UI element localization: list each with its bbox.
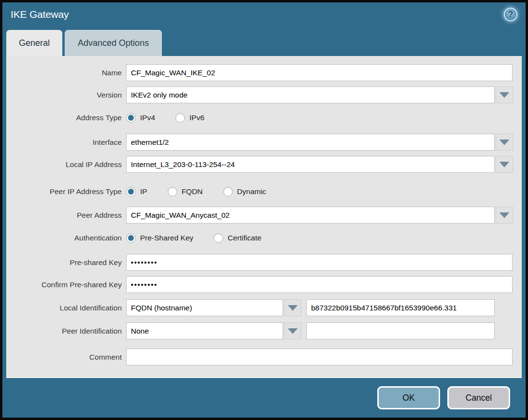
authentication-row: Authentication Pre-Shared Key Certificat… xyxy=(7,231,521,245)
dialog-footer: OK Cancel xyxy=(2,378,526,418)
pre-shared-key-label: Pre-shared Key xyxy=(7,258,126,267)
help-icon[interactable]: ? xyxy=(504,8,517,21)
peer-identification-dropdown-button[interactable] xyxy=(284,322,301,339)
version-row: Version xyxy=(7,86,521,103)
tab-general[interactable]: General xyxy=(6,30,62,56)
general-tab-panel: Name Version Address Type IPv4 xyxy=(6,56,522,378)
cancel-button[interactable]: Cancel xyxy=(447,386,510,409)
comment-label: Comment xyxy=(7,353,126,362)
ike-gateway-dialog: IKE Gateway ? General Advanced Options N… xyxy=(0,0,528,420)
confirm-pre-shared-key-input[interactable] xyxy=(126,276,513,293)
ok-button[interactable]: OK xyxy=(377,386,440,409)
peer-ip-address-type-row: Peer IP Address Type IP FQDN Dynamic xyxy=(7,185,521,198)
name-input[interactable] xyxy=(126,64,513,81)
peer-identification-type-select[interactable] xyxy=(126,322,283,339)
radio-button-icon xyxy=(175,113,185,123)
local-ip-address-label: Local IP Address xyxy=(7,160,126,169)
chevron-down-icon xyxy=(499,212,509,218)
peer-address-label: Peer Address xyxy=(7,211,126,220)
local-identification-value-input[interactable] xyxy=(306,299,495,316)
version-dropdown-button[interactable] xyxy=(496,86,513,103)
local-identification-row: Local Identification xyxy=(7,299,521,316)
tab-bar: General Advanced Options xyxy=(2,30,526,56)
address-type-label: Address Type xyxy=(7,113,126,122)
radio-fqdn[interactable]: FQDN xyxy=(168,187,203,196)
interface-row: Interface xyxy=(7,134,521,151)
radio-button-icon xyxy=(126,233,136,243)
peer-address-select-value[interactable] xyxy=(126,207,495,224)
tab-advanced-options[interactable]: Advanced Options xyxy=(65,30,162,56)
chevron-down-icon xyxy=(288,328,298,334)
radio-button-icon xyxy=(126,187,136,196)
chevron-down-icon xyxy=(499,162,509,167)
peer-identification-label: Peer Identification xyxy=(7,327,126,336)
comment-input[interactable] xyxy=(126,349,513,365)
local-ip-address-row: Local IP Address xyxy=(7,156,521,173)
local-identification-dropdown-button[interactable] xyxy=(284,299,301,316)
radio-dynamic[interactable]: Dynamic xyxy=(223,187,266,196)
name-label: Name xyxy=(7,69,126,77)
dialog-titlebar: IKE Gateway ? xyxy=(2,2,526,30)
peer-identification-row: Peer Identification xyxy=(7,322,521,339)
pre-shared-key-input[interactable] xyxy=(126,254,513,271)
confirm-pre-shared-key-row: Confirm Pre-shared Key xyxy=(7,276,521,293)
interface-label: Interface xyxy=(7,138,126,147)
comment-row: Comment xyxy=(7,349,521,365)
dialog-title: IKE Gateway xyxy=(11,9,69,20)
interface-dropdown-button[interactable] xyxy=(496,134,513,151)
name-row: Name xyxy=(7,64,521,81)
radio-ip[interactable]: IP xyxy=(126,187,147,196)
radio-button-icon xyxy=(214,233,223,243)
authentication-label: Authentication xyxy=(7,234,126,242)
radio-button-icon xyxy=(223,187,233,196)
chevron-down-icon xyxy=(499,92,509,98)
chevron-down-icon xyxy=(499,140,509,145)
local-ip-address-select-value[interactable] xyxy=(126,156,495,173)
radio-ipv6[interactable]: IPv6 xyxy=(175,113,204,123)
peer-ip-address-type-label: Peer IP Address Type xyxy=(7,187,126,196)
local-ip-address-dropdown-button[interactable] xyxy=(496,156,513,173)
local-identification-label: Local Identification xyxy=(7,304,126,312)
radio-button-icon xyxy=(126,113,136,123)
peer-address-row: Peer Address xyxy=(7,207,521,224)
version-label: Version xyxy=(7,91,126,99)
pre-shared-key-row: Pre-shared Key xyxy=(7,254,521,271)
version-select-value[interactable] xyxy=(126,86,495,103)
radio-pre-shared-key[interactable]: Pre-Shared Key xyxy=(126,233,193,243)
peer-address-dropdown-button[interactable] xyxy=(496,207,513,224)
address-type-row: Address Type IPv4 IPv6 xyxy=(7,111,521,125)
radio-ipv4[interactable]: IPv4 xyxy=(126,113,155,123)
radio-button-icon xyxy=(168,187,177,196)
chevron-down-icon xyxy=(288,305,298,310)
local-identification-type-select[interactable] xyxy=(126,299,283,316)
confirm-pre-shared-key-label: Confirm Pre-shared Key xyxy=(7,280,126,289)
radio-certificate[interactable]: Certificate xyxy=(214,233,261,243)
interface-select-value[interactable] xyxy=(126,134,495,151)
peer-identification-value-input[interactable] xyxy=(306,322,495,339)
